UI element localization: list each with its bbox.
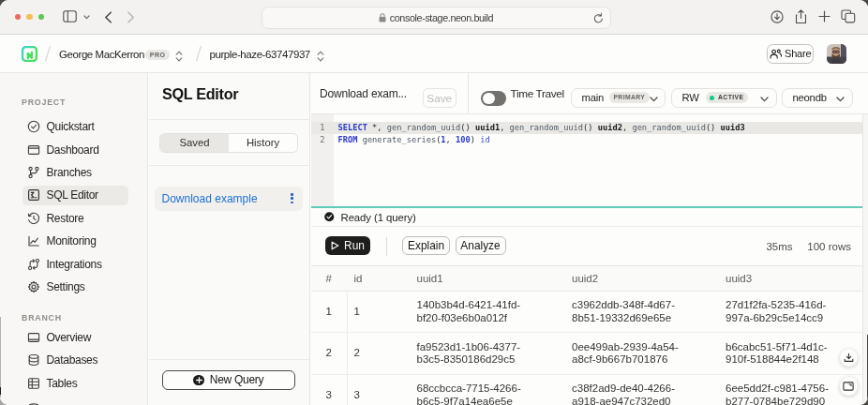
panel-footer-divider (149, 359, 309, 360)
save-button[interactable]: Save (423, 88, 457, 108)
window-close-button[interactable] (15, 14, 22, 21)
downloads-icon[interactable] (771, 10, 784, 23)
partial-icon (27, 401, 40, 405)
sidebar-item-restore[interactable]: Restore (22, 208, 128, 228)
status-text: Ready (1 query) (341, 212, 416, 223)
org-switcher-icon[interactable] (175, 49, 183, 66)
sidebar-section-project: PROJECT (22, 98, 66, 107)
table-row[interactable]: 3 3 68ccbcca-7715-4266-b6c5-9f7a14ea6e5e… (311, 375, 868, 405)
new-tab-plus-icon[interactable] (818, 10, 831, 22)
expand-icon (843, 382, 854, 391)
analyze-button[interactable]: Analyze (456, 236, 506, 256)
table-row[interactable]: 1 1 140b3b4d-6421-41fd-bf20-f03e6b0a012f… (311, 292, 868, 334)
compute-chevron-down-icon (760, 89, 769, 106)
saved-history-tabs: Saved History (159, 133, 298, 153)
sync-arrows-icon (27, 258, 40, 271)
results-table: # id uuid1 uuid2 uuid3 1 1 140b3b4d-6421… (311, 266, 868, 405)
expand-results-button[interactable] (840, 377, 859, 396)
time-travel-toggle[interactable] (481, 91, 506, 107)
breadcrumb-org[interactable]: George MacKerron (59, 36, 144, 73)
line-number-1: 1 (311, 122, 325, 134)
sidebar-toggle-icon[interactable] (63, 10, 77, 22)
project-switcher-icon[interactable] (317, 49, 324, 66)
tab-overview-icon[interactable] (841, 9, 856, 23)
download-tray-icon (844, 352, 854, 363)
run-button[interactable]: Run (325, 236, 370, 256)
database-select[interactable]: neondb (782, 88, 853, 108)
tab-history[interactable]: History (229, 134, 297, 152)
panel-title: SQL Editor (162, 85, 238, 103)
code-line-1: 1 SELECT *, gen_random_uuid() uuid1, gen… (311, 122, 868, 134)
queries-panel: SQL Editor Saved History Download exampl… (149, 73, 310, 405)
sidebar-item-integrations[interactable]: Integrations (22, 254, 128, 274)
address-bar[interactable]: console-stage.neon.build (262, 7, 611, 29)
table-grid-icon (27, 377, 40, 390)
back-button-icon[interactable] (104, 11, 112, 23)
col-header-uuid2: uuid2 (572, 273, 598, 284)
sidebar-item-sql-editor[interactable]: SQL Editor (22, 186, 128, 205)
window-minimize-button[interactable] (26, 14, 33, 21)
kebab-menu-icon[interactable] (291, 193, 293, 203)
breadcrumb-project[interactable]: purple-haze-63747937 (210, 36, 310, 73)
window-icon (27, 331, 40, 344)
sql-editor-icon (27, 188, 40, 202)
sidebar-item-databases[interactable]: Databases (22, 351, 128, 370)
git-branch-icon (27, 166, 40, 179)
active-dot (710, 96, 714, 100)
download-results-button[interactable] (840, 349, 859, 368)
branch-select[interactable]: main PRIMARY (571, 88, 666, 108)
main-area: Download exam... Save Time Travel main P… (311, 73, 868, 405)
sql-editor[interactable]: 1 SELECT *, gen_random_uuid() uuid1, gen… (311, 114, 868, 208)
toolbar-chevron-down-icon[interactable] (83, 15, 90, 20)
browser-window: console-stage.neon.build (0, 0, 868, 405)
user-avatar[interactable] (827, 44, 846, 64)
sidebar-item-settings[interactable]: Settings (22, 278, 128, 297)
table-row[interactable]: 2 2 fa9523d1-1b06-4377-b3c5-8350186d29c5… (311, 333, 868, 375)
toolbar-divider (468, 73, 469, 113)
time-travel-label: Time Travel (511, 73, 564, 114)
org-name: George MacKerron (59, 49, 144, 60)
address-url: console-stage.neon.build (390, 12, 493, 23)
tab-saved[interactable]: Saved (160, 134, 229, 152)
query-list-item[interactable]: Download example (155, 187, 303, 211)
code-line-2: 2 FROM generate_series(1, 100) id (311, 134, 868, 146)
people-icon (770, 49, 782, 59)
result-row-count: 100 rows (807, 228, 851, 267)
neon-logo[interactable] (21, 45, 38, 63)
new-query-button[interactable]: New Query (162, 370, 295, 391)
check-circle-icon (27, 120, 40, 133)
sidebar-item-dashboard[interactable]: Dashboard (22, 140, 128, 159)
sidebar-item-next-partial[interactable] (22, 398, 128, 405)
sidebar-section-branch: BRANCH (22, 313, 62, 322)
dashboard-icon (27, 143, 40, 157)
col-header-id: id (354, 273, 363, 284)
app-header: George MacKerron PRO purple-haze-6374793… (0, 36, 868, 73)
play-icon (331, 241, 339, 250)
col-header-uuid1: uuid1 (417, 273, 443, 284)
query-title: Download exam... (320, 73, 407, 114)
explain-button[interactable]: Explain (402, 236, 450, 256)
sidebar-item-quickstart[interactable]: Quickstart (22, 117, 128, 137)
panel-divider (149, 119, 309, 120)
sidebar-item-monitoring[interactable]: Monitoring (22, 232, 128, 251)
sidebar-item-overview[interactable]: Overview (22, 328, 128, 348)
results-toolbar: Run Explain Analyze 35ms 100 rows (311, 228, 868, 267)
sidebar-item-tables[interactable]: Tables (22, 374, 128, 394)
breadcrumb-slash-2 (192, 45, 205, 62)
database-value: neondb (793, 92, 827, 103)
forward-button-icon[interactable] (127, 11, 135, 23)
reload-icon[interactable] (593, 11, 604, 28)
window-edge-left-dark (0, 387, 1, 395)
history-clock-icon (27, 212, 40, 225)
database-icon (27, 353, 40, 367)
project-name: purple-haze-63747937 (210, 49, 310, 60)
panel-divider-2 (149, 165, 309, 166)
share-button[interactable]: Share (767, 44, 814, 64)
lock-icon (379, 13, 386, 22)
share-icon[interactable] (795, 9, 807, 24)
branch-chevron-down-icon (650, 89, 658, 106)
window-zoom-button[interactable] (38, 14, 45, 21)
branch-value: main (582, 92, 605, 103)
compute-select[interactable]: RW ACTIVE (671, 88, 777, 108)
sidebar-item-branches[interactable]: Branches (22, 163, 128, 183)
